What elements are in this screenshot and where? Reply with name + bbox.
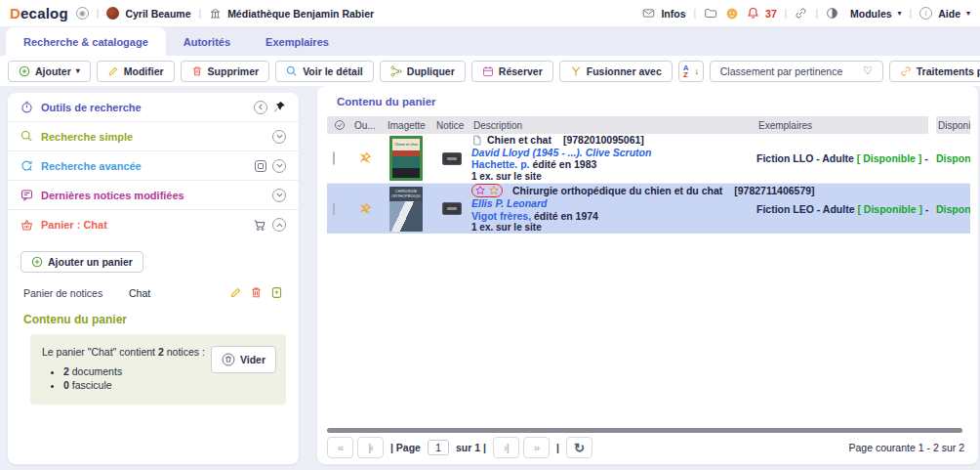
record-holdings: 1 ex. sur le site <box>471 171 751 184</box>
col-header-exemplaires[interactable]: Exemplaires <box>756 120 928 131</box>
notifications-button[interactable]: 37 <box>747 7 777 20</box>
supprimer-button[interactable]: Supprimer <box>181 61 270 82</box>
notification-count: 37 <box>765 8 777 20</box>
sidebar-item-dernieres-notices[interactable]: Dernières notices modifiées <box>8 181 299 210</box>
classement-select[interactable]: Classement par pertinence ♡ <box>710 61 883 82</box>
trash-icon[interactable] <box>250 286 263 299</box>
library-selector[interactable]: Médiathèque Benjamin Rabier <box>209 7 374 20</box>
support-smiley-icon[interactable] <box>725 7 739 21</box>
pagination-bar: ‹‹ |‹ | Page sur 1 | ›| ›› | ↻ Page cour… <box>327 436 964 459</box>
col-header-description[interactable]: Description <box>471 120 756 131</box>
pencil-icon[interactable] <box>229 286 242 299</box>
check-circle-icon[interactable] <box>334 119 346 131</box>
assistant-icon[interactable]: ◉ <box>76 7 89 20</box>
ajouter-un-panier-button[interactable]: Ajouter un panier <box>20 251 143 273</box>
aide-menu[interactable]: i Aide▾ <box>919 7 970 20</box>
record-description: Chirurgie orthopédique du chien et du ch… <box>471 184 756 235</box>
row-checkbox[interactable] <box>333 202 335 216</box>
modifier-button[interactable]: Modifier <box>97 61 175 82</box>
sidebar-item-outils-de-recherche[interactable]: Outils de recherche <box>8 93 299 122</box>
record-title: Chien et chat <box>487 134 551 147</box>
documents-count-item: 2 documents <box>63 365 205 377</box>
plus-circle-icon <box>19 65 30 77</box>
actions-toolbar: Ajouter▾ Modifier Supprimer Voir le déta… <box>0 56 980 86</box>
user-name: Cyril Beaume <box>125 8 190 20</box>
availability-cell: Disponible <box>936 203 970 215</box>
chevron-left-circle-icon[interactable] <box>254 101 267 114</box>
record-holdings: 1 ex. sur le site <box>471 222 751 235</box>
page-number-input[interactable] <box>428 440 449 455</box>
separator: | <box>785 8 788 19</box>
merge-icon <box>570 65 582 77</box>
availability-cell: Disponible <box>936 152 970 164</box>
panel-icon[interactable] <box>255 160 266 172</box>
user-menu[interactable]: Cyril Beaume <box>106 7 190 20</box>
unpin-icon[interactable] <box>358 202 372 216</box>
basket-field-row: Panier de notices Chat <box>20 286 286 299</box>
record-publisher-link[interactable]: Vigot frères, <box>471 210 531 222</box>
record-publisher-link[interactable]: Hachette. p. <box>471 158 530 170</box>
record-edition: édité en 1974 <box>534 210 598 222</box>
basket-panel: Ajouter un panier Panier de notices Chat… <box>8 239 299 414</box>
sidebar-item-recherche-simple[interactable]: Recherche simple <box>8 122 299 151</box>
first-page-button[interactable]: ‹‹ <box>327 437 353 458</box>
next-page-button[interactable]: ›| <box>493 437 519 458</box>
folder-icon[interactable] <box>704 7 717 20</box>
last-page-button[interactable]: ›› <box>523 437 550 458</box>
horizontal-scrollbar[interactable] <box>327 428 962 433</box>
plus-circle-icon <box>31 256 43 268</box>
sidebar-item-panier-chat[interactable]: Panier : Chat <box>8 210 299 239</box>
sidebar-item-recherche-avancee[interactable]: Recherche avancée <box>8 151 299 181</box>
col-header-imagette[interactable]: Imagette <box>386 120 434 131</box>
caret-down-icon: ▾ <box>898 9 902 18</box>
stopwatch-icon <box>20 101 33 113</box>
unpin-icon[interactable] <box>358 151 372 165</box>
favorite-star-icon <box>488 185 500 196</box>
previous-page-button[interactable]: |‹ <box>357 437 384 458</box>
fusionner-button[interactable]: Fusionner avec <box>559 61 673 82</box>
notice-format-icon <box>442 202 462 215</box>
chevron-up-circle-icon[interactable] <box>272 218 286 232</box>
bell-icon <box>747 7 759 20</box>
record-description: Chien et chat [9782010095061] David Lloy… <box>471 134 756 183</box>
infos-button[interactable]: Infos <box>642 7 685 20</box>
results-table: Ou... Imagette Notice Description Exempl… <box>327 116 970 234</box>
vider-button[interactable]: Vider <box>211 346 276 373</box>
ajouter-button[interactable]: Ajouter▾ <box>8 61 91 82</box>
chevron-down-circle-icon[interactable] <box>272 189 286 202</box>
voir-detail-button[interactable]: Voir le détail <box>275 61 374 82</box>
table-row-selected[interactable]: CHIRURGIE ORTHOPÉDIQUE Chirurgie orthopé… <box>327 184 970 234</box>
search-tools-sidebar: Outils de recherche Recherche simple Rec… <box>8 93 299 464</box>
document-icon <box>471 135 482 146</box>
table-row[interactable]: Chien et chat Chien et chat [97820100950… <box>327 134 970 184</box>
dupliquer-button[interactable]: Dupliquer <box>380 61 466 82</box>
reserver-button[interactable]: Réserver <box>471 61 553 82</box>
col-header-notice[interactable]: Notice <box>434 120 471 131</box>
col-header-ou[interactable]: Ou... <box>352 120 386 131</box>
pin-icon[interactable] <box>273 101 286 113</box>
basket-summary-text: Le panier "Chat" contient 2 notices : <box>42 346 205 358</box>
traitements-par-lot-button[interactable]: Traitements par lot▾ <box>889 61 980 82</box>
record-authors-link[interactable]: Ellis P. Leonard <box>471 197 751 210</box>
col-header-disponibilite[interactable]: Disponi... <box>936 120 970 131</box>
chevron-down-circle-icon[interactable] <box>272 130 286 144</box>
user-avatar <box>106 7 119 20</box>
basket-content-heading: Contenu du panier <box>23 313 283 326</box>
tab-recherche-catalogage[interactable]: Recherche & catalogage <box>6 27 166 56</box>
sort-arrow-icon: ↓ <box>694 66 699 76</box>
refresh-button[interactable]: ↻ <box>566 437 592 458</box>
sort-button[interactable]: AZ ↓ <box>678 61 704 82</box>
tab-exemplaires[interactable]: Exemplaires <box>248 27 347 56</box>
magnifier-icon <box>286 65 298 77</box>
table-header-row: Ou... Imagette Notice Description Exempl… <box>327 116 970 134</box>
chevron-down-circle-icon[interactable] <box>272 159 286 173</box>
tab-autorites[interactable]: Autorités <box>166 27 248 56</box>
row-checkbox[interactable] <box>333 151 335 165</box>
link-icon[interactable] <box>795 7 807 20</box>
bookmark-icon[interactable] <box>270 286 283 299</box>
separator: | <box>910 8 913 19</box>
record-authors-link[interactable]: David Lloyd (1945 - ...). Clive Scruton <box>471 147 751 159</box>
modules-menu[interactable]: Modules▾ <box>826 7 902 20</box>
library-name: Médiathèque Benjamin Rabier <box>227 8 374 20</box>
cart-icon[interactable] <box>253 219 266 232</box>
